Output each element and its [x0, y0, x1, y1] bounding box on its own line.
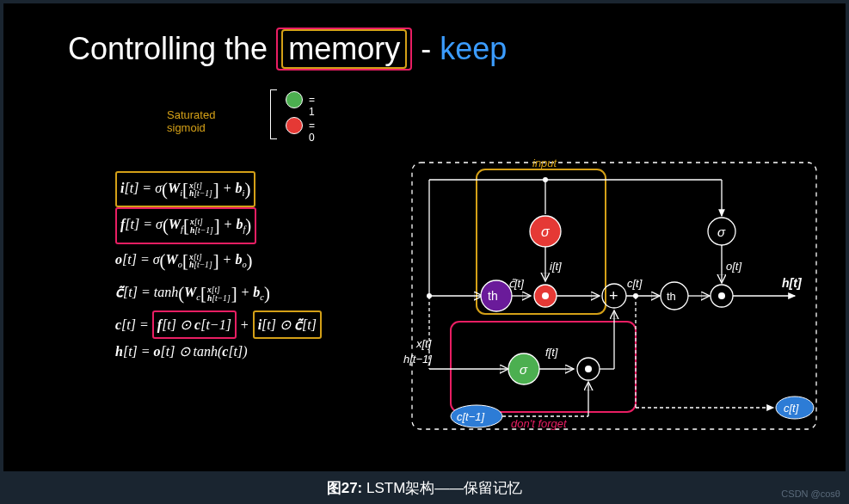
legend-bracket	[270, 89, 277, 139]
f-t-label: f[t]	[545, 346, 558, 359]
legend-dot-zero	[286, 117, 303, 134]
title-keep: keep	[440, 31, 507, 66]
svg-point-11	[542, 292, 549, 299]
slide: Controlling the memory - keep Saturated …	[3, 3, 846, 471]
h-tm1-label: h[t−1]	[403, 353, 432, 366]
equation-f-box: f[t] = σ(Wf[x[t]h[t−1]] + bf)	[115, 207, 256, 243]
legend-eq-zero: = 0	[309, 120, 315, 144]
svg-point-19	[585, 366, 592, 372]
c-t-label: c[t]	[627, 277, 643, 290]
dont-forget-label: don't forget	[511, 417, 568, 430]
lstm-diagram: input don't forget σ i[t] th	[403, 154, 829, 446]
equation-c: c[t] = f[t] ⊙ c[t−1] + i[t] ⊙ c̃[t]	[115, 310, 322, 340]
x-t-label: x[t]	[415, 337, 432, 350]
tanh-out-label: th	[667, 290, 676, 303]
memory-highlight-inner: memory	[281, 29, 407, 69]
dont-forget-box	[451, 322, 636, 412]
equation-c-prefix: c[t] =	[115, 317, 152, 332]
equation-ctilde: c̃[t] = tanh(Wc[x[t]h[t−1]] + bc)	[115, 277, 322, 310]
legend-dot-one	[286, 91, 303, 108]
caption: 图27: LSTM架构——保留记忆	[0, 473, 849, 504]
h-t-label: h[t]	[782, 276, 803, 290]
diagram-svg: input don't forget σ i[t] th	[403, 154, 829, 446]
equation-f: f[t] = σ(Wf[x[t]h[t−1]] + bf)	[115, 207, 322, 243]
legend-eq-one: = 1	[309, 94, 315, 118]
equation-c-term1: f[t] ⊙ c[t−1]	[152, 310, 237, 340]
sigma-input-label: σ	[541, 224, 551, 239]
slide-title: Controlling the memory - keep	[68, 28, 507, 71]
equations-block: i[t] = σ(Wi[x[t]h[t−1]] + bi) f[t] = σ(W…	[115, 171, 322, 365]
watermark: CSDN @cosθ	[781, 489, 840, 499]
caption-bold: 图27:	[327, 480, 366, 496]
legend-label: Saturated sigmoid	[167, 108, 215, 134]
o-t-label: o[t]	[726, 260, 741, 273]
sigma-forget-label: σ	[520, 362, 528, 377]
equation-c-plus: +	[237, 317, 253, 332]
equation-c-term2: i[t] ⊙ c̃[t]	[253, 310, 322, 340]
caption-text: LSTM架构——保留记忆	[366, 480, 522, 496]
equation-i: i[t] = σ(Wi[x[t]h[t−1]] + bi)	[115, 171, 322, 207]
plus-label: +	[609, 287, 618, 304]
equation-o: o[t] = σ(Wo[x[t]h[t−1]] + bo)	[115, 244, 322, 277]
svg-point-25	[633, 293, 638, 298]
tanh-ctilde-label: th	[488, 289, 498, 303]
memory-highlight-outer: memory	[276, 28, 412, 71]
svg-point-16	[718, 292, 725, 299]
i-t-label: i[t]	[550, 260, 562, 273]
c-tm1-label: c[t−1]	[457, 410, 485, 423]
title-dash: -	[412, 31, 440, 66]
equation-i-box: i[t] = σ(Wi[x[t]h[t−1]] + bi)	[115, 171, 255, 207]
title-prefix: Controlling the	[68, 31, 276, 66]
input-label: input	[532, 157, 558, 169]
equation-h: h[t] = o[t] ⊙ tanh(c[t])	[115, 339, 322, 365]
sigma-output-label: σ	[717, 224, 726, 239]
ctilde-t-label: c̃[t]	[508, 277, 524, 290]
c-t-out-label: c[t]	[784, 402, 799, 415]
